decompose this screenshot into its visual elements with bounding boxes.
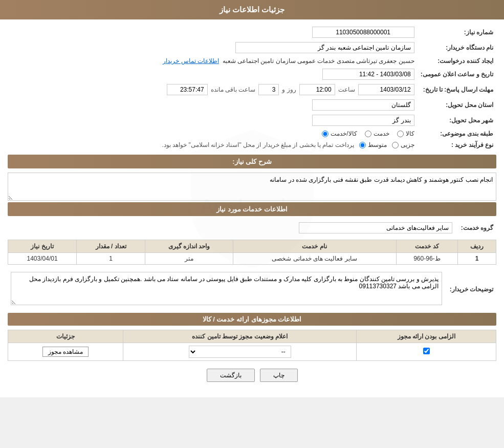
purchase-note: پرداخت تمام یا بخشی از مبلغ خریدار از مح… [162,141,354,148]
buyer-input [235,42,414,53]
perm-status-select[interactable]: -- [189,346,291,358]
perm-col-status: اعلام وضعیت مجوز توسط تامین کننده [123,330,357,343]
category-kala-radio[interactable] [397,131,404,137]
province-label: استان محل تحویل: [418,97,496,113]
basic-info-table: شماره نیاز: نام دستگاه خریدار: ایجاد کنن… [8,25,496,151]
purchase-jozei-radio[interactable] [392,142,399,148]
deadline-date-input [358,84,414,95]
services-table-body: 1 ط-96-960 سایر فعالیت های خدماتی شخصی م… [8,253,496,265]
services-table: ردیف کد خدمت نام خدمت واحد اندازه گیری ت… [8,240,496,265]
print-button[interactable]: چاپ [260,369,298,382]
announce-value [8,67,418,82]
category-kala-khedmat-option[interactable]: کالا/خدمت [322,130,357,137]
category-kala-khedmat-label: کالا/خدمت [331,130,357,137]
buyer-notes-value: پذیرش و بررسی تامین کنندگان منوط به بارگ… [8,270,445,309]
purchase-jozei-option[interactable]: جزیی [392,141,414,148]
city-input [312,115,414,126]
buyer-notes-textarea[interactable]: پذیرش و بررسی تامین کنندگان منوط به بارگ… [11,272,442,305]
category-kala-label: کالا [406,130,414,137]
content-area: AnaLender شماره نیاز: نام دستگاه خریدار:… [0,19,504,387]
group-value [8,220,455,236]
buyer-notes-row: توضیحات خریدار: پذیرش و بررسی تامین کنند… [8,270,496,309]
col-name: نام خدمت [233,240,396,253]
category-khedmat-option[interactable]: خدمت [365,130,389,137]
deadline-row-inner: ساعت روز و ساعت باقی مانده [11,84,414,95]
deadline-remain-label: ساعت باقی مانده [211,86,256,93]
page-wrapper: جزئیات اطلاعات نیاز AnaLender شماره نیاز… [0,0,504,397]
province-input [312,99,414,111]
deadline-days-input [258,84,279,95]
category-row: طبقه بندی موضوعی: کالا خدمت کالا/خدمت [8,128,496,139]
buyer-notes-table: توضیحات خریدار: پذیرش و بررسی تامین کنند… [8,270,496,309]
buyer-label: نام دستگاه خریدار: [418,40,496,55]
city-row: شهر محل تحویل: [8,113,496,128]
province-value [8,97,418,113]
creator-label: ایجاد کننده درخواست: [418,55,496,67]
view-permit-button[interactable]: مشاهده مجوز [42,347,89,357]
permissions-table-body: -- مشاهده مجوز [8,343,496,361]
category-value: کالا خدمت کالا/خدمت [8,128,418,139]
number-value [8,25,418,40]
permissions-header-row: الزامی بودن ارائه مجوز اعلام وضعیت مجوز … [8,330,496,343]
perm-details-cell: مشاهده مجوز [8,343,123,361]
creator-value: حسین جعفری تیرتاشی متصدی خدمات عمومی ساز… [8,55,418,67]
category-kala-option[interactable]: کالا [397,130,414,137]
number-row: شماره نیاز: [8,25,496,40]
service-unit: متر [145,253,233,265]
group-label: گروه خدمت: [455,220,496,236]
col-date: تاریخ نیاز [8,240,77,253]
perm-col-details: جزئیات [8,330,123,343]
announce-row: تاریخ و ساعت اعلان عمومی: [8,67,496,82]
purchase-jozei-label: جزیی [401,141,414,148]
group-row: گروه خدمت: [8,220,496,236]
perm-col-required: الزامی بودن ارائه مجوز [357,330,496,343]
purchase-motavaset-option[interactable]: متوسط [359,141,387,148]
purchase-type-row-inner: جزیی متوسط پرداخت تمام یا بخشی از مبلغ خ… [11,141,414,148]
purchase-motavaset-label: متوسط [368,141,387,148]
col-row: ردیف [458,240,496,253]
creator-row: ایجاد کننده درخواست: حسین جعفری تیرتاشی … [8,55,496,67]
group-input [299,222,452,233]
deadline-day-label: روز و [282,86,296,93]
purchase-motavaset-radio[interactable] [359,142,366,148]
services-table-header: ردیف کد خدمت نام خدمت واحد اندازه گیری ت… [8,240,496,253]
col-unit: واحد اندازه گیری [145,240,233,253]
deadline-label: مهلت ارسال پاسخ: تا تاریخ: [418,82,496,97]
service-name: سایر فعالیت های خدماتی شخصی [233,253,396,265]
number-input [312,27,414,38]
permissions-section-title: اطلاعات مجوزهای ارائه خدمت / کالا [8,313,496,326]
perm-status-cell: -- [123,343,357,361]
page-title: جزئیات اطلاعات نیاز [0,0,504,19]
permissions-table: الزامی بودن ارائه مجوز اعلام وضعیت مجوز … [8,330,496,361]
contact-link[interactable]: اطلاعات تماس خریدار [163,57,219,65]
deadline-time-label: ساعت [338,86,355,93]
category-kala-khedmat-radio[interactable] [322,131,328,137]
province-row: استان محل تحویل: [8,97,496,113]
perm-required-checkbox[interactable] [423,348,430,354]
deadline-value: ساعت روز و ساعت باقی مانده [8,82,418,97]
category-radio-group: کالا خدمت کالا/خدمت [11,130,414,137]
city-label: شهر محل تحویل: [418,113,496,128]
description-textarea[interactable]: انجام نصب کنتور هوشمند و کاهش دیماند قدر… [8,173,496,201]
category-khedmat-label: خدمت [374,130,389,137]
city-value [8,113,418,128]
deadline-time-input [299,84,335,95]
back-button[interactable]: بازگشت [207,369,255,382]
service-row-num: 1 [458,253,496,265]
purchase-type-label: نوع فرآیند خرید : [418,139,496,151]
permissions-header: الزامی بودن ارائه مجوز اعلام وضعیت مجوز … [8,330,496,343]
permission-row-1: -- مشاهده مجوز [8,343,496,361]
buyer-row: نام دستگاه خریدار: [8,40,496,55]
service-date: 1403/04/01 [8,253,77,265]
category-label: طبقه بندی موضوعی: [418,128,496,139]
service-count: 1 [77,253,145,265]
creator-text: حسین جعفری تیرتاشی متصدی خدمات عمومی ساز… [223,57,414,65]
purchase-type-value: جزیی متوسط پرداخت تمام یا بخشی از مبلغ خ… [8,139,418,151]
deadline-remain-input [167,84,208,95]
category-khedmat-radio[interactable] [365,131,371,137]
description-section-title: شرح کلی نیاز: [8,155,496,168]
action-buttons: چاپ بازگشت [8,369,496,382]
announce-input [322,69,414,80]
perm-required-cell [357,343,496,361]
col-count: تعداد / مقدار [77,240,145,253]
